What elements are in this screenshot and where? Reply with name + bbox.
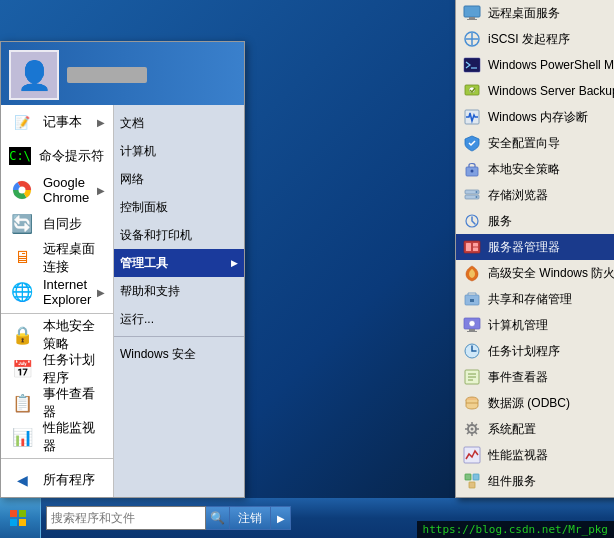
menu-item-cmd[interactable]: C:\ 命令提示符 [1,139,113,173]
remote-desktop-svc-icon [462,3,482,23]
admin-tools-label: 管理工具 [120,255,168,272]
menu-separator-2 [1,458,113,459]
cmd-icon: C:\ [9,147,31,165]
run-label: 运行... [120,311,154,328]
url-text: https://blog.csdn.net/Mr_pkg [423,523,608,536]
security-config-icon [462,133,482,153]
local-security-pol-label: 本地安全策略 [488,161,560,178]
menu-item-perf-monitor[interactable]: 📊 性能监视器 [1,420,113,454]
submenu-security-config[interactable]: 安全配置向导 [456,130,614,156]
network-label: 网络 [120,171,144,188]
section-network[interactable]: 网络 [114,165,244,193]
submenu-odbc[interactable]: 数据源 (ODBC) [456,390,614,416]
local-security-icon: 🔒 [9,322,35,348]
chrome-arrow: ▶ [97,185,105,196]
control-panel-label: 控制面板 [120,199,168,216]
section-win-security[interactable]: Windows 安全 [114,340,244,368]
section-computer[interactable]: 计算机 [114,137,244,165]
menu-item-task-scheduler[interactable]: 📅 任务计划程序 [1,352,113,386]
menu-item-rdp[interactable]: 🖥 远程桌面连接 [1,241,113,275]
submenu-task-scheduler2[interactable]: 任务计划程序 [456,338,614,364]
user-avatar: 👤 [9,50,59,100]
sync-icon: 🔄 [9,211,35,237]
section-admin-tools[interactable]: 管理工具 ▶ [114,249,244,277]
svg-rect-38 [465,474,471,480]
menu-item-chrome[interactable]: Google Chrome ▶ [1,173,113,207]
svg-point-15 [476,191,478,193]
event-viewer2-icon [462,367,482,387]
menu-item-event-viewer[interactable]: 📋 事件查看器 [1,386,113,420]
url-bar: https://blog.csdn.net/Mr_pkg [417,521,614,538]
svg-rect-40 [469,482,475,488]
shared-storage-icon [462,289,482,309]
svg-rect-26 [467,331,477,332]
chrome-label: Google Chrome [43,175,97,205]
submenu-local-security-pol[interactable]: 本地安全策略 [456,156,614,182]
start-menu-header: 👤 [1,42,244,105]
devices-label: 设备和打印机 [120,227,192,244]
ie-icon: 🌐 [9,279,35,305]
submenu-win-firewall[interactable]: 高级安全 Windows 防火墙 [456,260,614,286]
submenu-powershell-modules[interactable]: Windows PowerShell Modules [456,52,614,78]
section-run[interactable]: 运行... [114,305,244,333]
search-input[interactable] [46,506,206,530]
menu-item-local-security[interactable]: 🔒 本地安全策略 [1,318,113,352]
cancel-label: 注销 [238,510,262,527]
event-viewer-label: 事件查看器 [43,385,105,421]
shared-storage-label: 共享和存储管理 [488,291,572,308]
svg-rect-19 [466,243,471,251]
menu-item-notepad[interactable]: 📝 记事本 ▶ [1,105,113,139]
submenu-server-backup[interactable]: Windows Server Backup [456,78,614,104]
submenu-services[interactable]: 服务 [456,208,614,234]
sync-label: 自同步 [43,215,105,233]
submenu-remote-desktop-svc[interactable]: 远程桌面服务 ▶ [456,0,614,26]
notepad-icon: 📝 [9,109,35,135]
menu-item-sync[interactable]: 🔄 自同步 [1,207,113,241]
svg-rect-4 [467,19,477,20]
cancel-arrow-button[interactable]: ▶ [271,506,291,530]
event-viewer-icon: 📋 [9,390,35,416]
sys-config-label: 系统配置 [488,421,536,438]
all-programs-label: 所有程序 [43,471,105,489]
search-button[interactable]: 🔍 [206,506,230,530]
start-button[interactable] [0,498,41,538]
svg-rect-20 [473,243,478,247]
ie-label: Internet Explorer [43,277,97,307]
win-security-label: Windows 安全 [120,346,196,363]
menu-item-all-programs[interactable]: ◀ 所有程序 [1,463,113,497]
submenu-perf-monitor2[interactable]: 性能监视器 [456,442,614,468]
section-devices[interactable]: 设备和打印机 [114,221,244,249]
submenu-computer-mgmt[interactable]: 计算机管理 [456,312,614,338]
server-backup-label: Windows Server Backup [488,84,614,98]
desktop: 📄 历史.txt 👤 📝 记事本 ▶ C:\ 命令提示符 [0,0,614,538]
computer-label: 计算机 [120,143,156,160]
menu-item-ie[interactable]: 🌐 Internet Explorer ▶ [1,275,113,309]
win-diagnostic-label: Windows 内存诊断 [488,109,588,126]
system-sections: 文档 计算机 网络 控制面板 设备和打印机 管理工具 ▶ [114,105,244,497]
all-programs-icon: ◀ [9,467,35,493]
documents-label: 文档 [120,115,144,132]
svg-point-27 [469,321,475,327]
section-documents[interactable]: 文档 [114,109,244,137]
submenu-iscsi[interactable]: iSCSI 发起程序 [456,26,614,52]
services-icon [462,211,482,231]
submenu-storage-explorer[interactable]: 存储浏览器 [456,182,614,208]
svg-rect-25 [469,329,475,331]
perf-monitor2-icon [462,445,482,465]
section-control-panel[interactable]: 控制面板 [114,193,244,221]
rdp-icon: 🖥 [9,245,35,271]
submenu-win-diagnostic[interactable]: Windows 内存诊断 [456,104,614,130]
section-help[interactable]: 帮助和支持 [114,277,244,305]
submenu-component-svc[interactable]: 组件服务 [456,468,614,494]
svg-point-12 [471,170,474,173]
submenu-event-viewer2[interactable]: 事件查看器 [456,364,614,390]
submenu-sys-config[interactable]: 系统配置 [456,416,614,442]
submenu-server-manager[interactable]: 服务器管理器 [456,234,614,260]
rdp-label: 远程桌面连接 [43,240,105,276]
perf-monitor-icon: 📊 [9,424,35,450]
search-icon: 🔍 [210,511,225,525]
svg-point-1 [19,187,26,194]
cancel-button[interactable]: 注销 [230,506,271,530]
chrome-icon [9,177,35,203]
submenu-shared-storage[interactable]: 共享和存储管理 [456,286,614,312]
